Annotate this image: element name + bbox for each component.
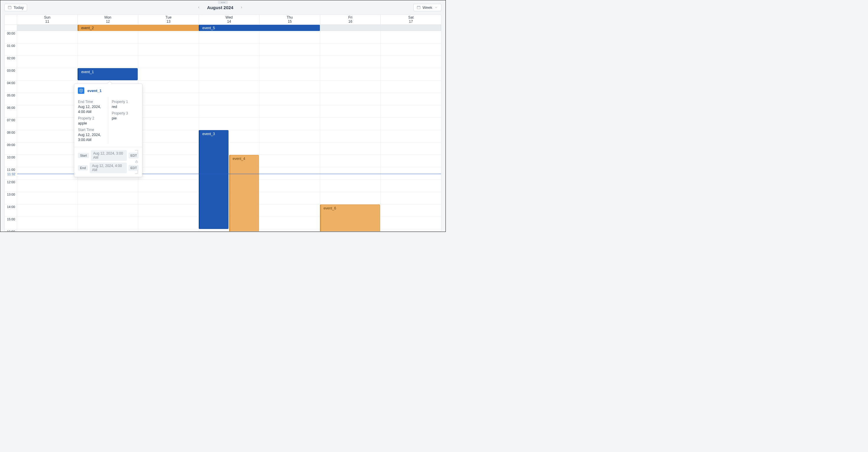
time-cell[interactable] — [199, 105, 260, 117]
time-cell[interactable] — [259, 68, 320, 80]
time-cell[interactable] — [381, 44, 441, 55]
time-cell[interactable] — [381, 229, 441, 231]
day-header-wed[interactable]: Wed14 — [199, 15, 260, 25]
next-button[interactable] — [238, 4, 245, 11]
time-cell[interactable] — [138, 204, 199, 217]
time-cell[interactable] — [17, 31, 78, 43]
time-cell[interactable] — [381, 93, 441, 105]
time-cell[interactable] — [320, 68, 381, 80]
timed-event[interactable]: event_1 — [78, 68, 137, 80]
time-cell[interactable] — [138, 93, 199, 105]
time-cell[interactable] — [259, 93, 320, 105]
time-cell[interactable] — [138, 68, 199, 80]
time-cell[interactable] — [138, 31, 199, 43]
time-cell[interactable] — [381, 155, 441, 167]
time-cell[interactable] — [199, 44, 260, 55]
time-cell[interactable] — [17, 93, 78, 105]
time-cell[interactable] — [259, 217, 320, 229]
time-cell[interactable] — [138, 118, 199, 130]
time-cell[interactable] — [17, 142, 78, 154]
time-cell[interactable] — [320, 130, 381, 142]
time-cell[interactable] — [138, 56, 199, 68]
day-header-thu[interactable]: Thu15 — [259, 15, 320, 25]
time-cell[interactable] — [320, 31, 381, 43]
time-cell[interactable] — [17, 217, 78, 229]
timed-event[interactable]: event_6 — [320, 204, 380, 231]
time-cell[interactable] — [78, 44, 138, 55]
time-cell[interactable] — [320, 105, 381, 117]
time-cell[interactable] — [138, 217, 199, 229]
time-cell[interactable] — [320, 167, 381, 179]
time-cell[interactable] — [259, 204, 320, 217]
time-cell[interactable] — [17, 167, 78, 179]
time-cell[interactable] — [17, 180, 78, 192]
time-cell[interactable] — [138, 192, 199, 204]
popover-title[interactable]: event_1 — [87, 88, 101, 93]
time-cell[interactable] — [381, 142, 441, 154]
time-cell[interactable] — [17, 192, 78, 204]
time-cell[interactable] — [17, 56, 78, 68]
time-cell[interactable] — [381, 130, 441, 142]
drag-handle-icon[interactable] — [218, 1, 228, 4]
time-cell[interactable] — [259, 56, 320, 68]
time-cell[interactable] — [199, 68, 260, 80]
start-time-input[interactable]: Aug 12, 2024, 3:00 AM — [91, 150, 127, 161]
time-cell[interactable] — [381, 204, 441, 217]
timed-event[interactable]: event_3 — [199, 130, 228, 229]
day-header-mon[interactable]: Mon12 — [78, 15, 138, 25]
time-cell[interactable] — [17, 81, 78, 93]
time-cell[interactable] — [17, 118, 78, 130]
time-cell[interactable] — [78, 229, 138, 231]
time-cell[interactable] — [381, 68, 441, 80]
time-cell[interactable] — [199, 56, 260, 68]
time-cell[interactable] — [381, 167, 441, 179]
time-cell[interactable] — [381, 180, 441, 192]
time-cell[interactable] — [259, 105, 320, 117]
time-cell[interactable] — [199, 31, 260, 43]
time-cell[interactable] — [138, 155, 199, 167]
time-cell[interactable] — [17, 155, 78, 167]
time-cell[interactable] — [78, 56, 138, 68]
time-cell[interactable] — [138, 130, 199, 142]
allday-cell[interactable] — [17, 25, 78, 31]
time-cell[interactable] — [78, 31, 138, 43]
time-cell[interactable] — [199, 93, 260, 105]
time-cell[interactable] — [199, 118, 260, 130]
time-cell[interactable] — [381, 56, 441, 68]
time-cell[interactable] — [17, 204, 78, 217]
time-cell[interactable] — [17, 44, 78, 55]
time-cell[interactable] — [78, 180, 138, 192]
today-button[interactable]: Today — [4, 4, 27, 11]
day-header-sat[interactable]: Sat17 — [381, 15, 441, 25]
end-time-input[interactable]: Aug 12, 2024, 4:00 AM — [90, 163, 127, 173]
time-cell[interactable] — [138, 44, 199, 55]
time-cell[interactable] — [17, 105, 78, 117]
time-cell[interactable] — [259, 192, 320, 204]
day-header-tue[interactable]: Tue13 — [138, 15, 199, 25]
time-cell[interactable] — [138, 167, 199, 179]
time-grid[interactable]: 00:0001:0002:0003:0004:0005:0006:0007:00… — [5, 31, 441, 231]
time-cell[interactable] — [259, 44, 320, 55]
time-cell[interactable] — [17, 229, 78, 231]
time-cell[interactable] — [138, 229, 199, 231]
time-cell[interactable] — [381, 105, 441, 117]
time-cell[interactable] — [78, 217, 138, 229]
time-cell[interactable] — [259, 142, 320, 154]
time-cell[interactable] — [78, 192, 138, 204]
time-cell[interactable] — [78, 204, 138, 217]
timed-event[interactable]: event_4 — [229, 155, 259, 231]
time-cell[interactable] — [320, 142, 381, 154]
time-cell[interactable] — [320, 56, 381, 68]
time-cell[interactable] — [138, 142, 199, 154]
time-cell[interactable] — [259, 180, 320, 192]
time-cell[interactable] — [381, 118, 441, 130]
prev-button[interactable] — [195, 4, 202, 11]
allday-cell[interactable] — [320, 25, 380, 31]
time-cell[interactable] — [17, 68, 78, 80]
time-cell[interactable] — [138, 81, 199, 93]
time-cell[interactable] — [138, 105, 199, 117]
time-cell[interactable] — [320, 44, 381, 55]
time-cell[interactable] — [259, 118, 320, 130]
view-select[interactable]: Week — [413, 4, 441, 11]
allday-event[interactable]: event_5 — [199, 25, 320, 31]
